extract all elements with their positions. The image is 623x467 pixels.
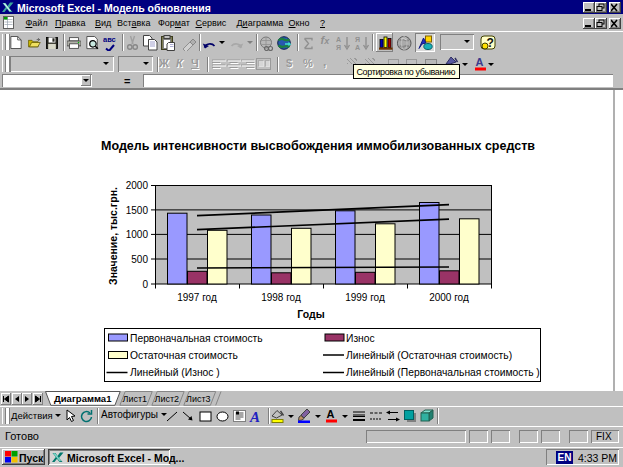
svg-text:500: 500 [131, 254, 148, 265]
svg-text:Первоначальная стоимость: Первоначальная стоимость [130, 333, 263, 344]
svg-text:A: A [249, 409, 260, 425]
svg-text:Годы: Годы [297, 308, 324, 320]
svg-text:Диаграмма1: Диаграмма1 [54, 393, 112, 404]
svg-text:1000: 1000 [126, 229, 149, 240]
svg-text:Линейный (Износ ): Линейный (Износ ) [130, 367, 220, 378]
svg-text:Я: Я [336, 44, 341, 51]
svg-text:Я: Я [355, 36, 360, 43]
svg-text:2000: 2000 [126, 180, 149, 191]
svg-text:1997 год: 1997 год [177, 292, 217, 303]
svg-text:Значение, тыс.грн.: Значение, тыс.грн. [107, 187, 119, 285]
svg-text:Износ: Износ [346, 333, 375, 344]
svg-text:А: А [476, 56, 484, 68]
svg-text:1500: 1500 [126, 205, 149, 216]
svg-text:А: А [336, 36, 341, 43]
svg-text:0: 0 [142, 279, 148, 290]
svg-text:Модель интенсивности высвобожд: Модель интенсивности высвобождения иммоб… [101, 139, 535, 153]
svg-text:Линейный (Остаточная стоимость: Линейный (Остаточная стоимость) [346, 350, 512, 361]
svg-text:1999 год: 1999 год [345, 292, 385, 303]
svg-text:2000 год: 2000 год [429, 292, 469, 303]
svg-text:Линейный (Первоначальная стоим: Линейный (Первоначальная стоимость ) [346, 367, 540, 378]
svg-text:А: А [327, 408, 335, 420]
svg-text:А: А [355, 44, 360, 51]
svg-text:1998 год: 1998 год [261, 292, 301, 303]
svg-text:авс: авс [103, 35, 116, 44]
svg-text:Лист2: Лист2 [155, 394, 180, 404]
svg-text:Лист1: Лист1 [123, 394, 148, 404]
svg-text:Лист3: Лист3 [186, 394, 211, 404]
svg-text:?: ? [487, 36, 494, 50]
svg-text:Остаточная стоимость: Остаточная стоимость [130, 350, 238, 361]
